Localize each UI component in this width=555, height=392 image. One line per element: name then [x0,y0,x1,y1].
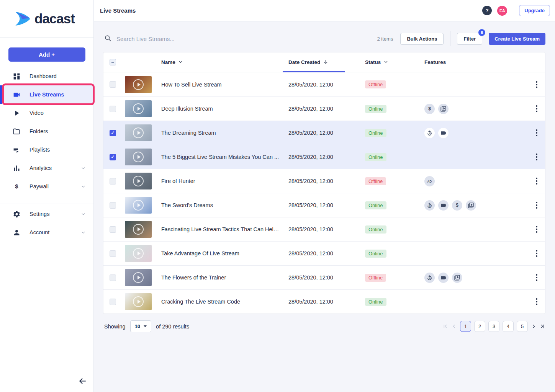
page-2-button[interactable]: 2 [474,321,485,332]
video-thumbnail[interactable] [125,173,152,189]
table-footer: Showing 10 of 290 results 12345 [94,314,555,332]
sidebar-item-label: Playlists [29,147,50,153]
row-checkbox[interactable] [110,130,116,136]
video-thumbnail[interactable] [125,221,152,238]
stream-name[interactable]: Deep Illusion Stream [161,106,288,112]
stream-name[interactable]: The 5 Biggest Live Stream Mistakes You C… [161,154,288,160]
sidebar-item-playlists[interactable]: Playlists [0,140,93,159]
page-5-button[interactable]: 5 [517,321,528,332]
video-thumbnail[interactable] [125,100,152,117]
sidebar-item-paywall[interactable]: $Paywall [0,177,93,196]
stream-name[interactable]: The Sword's Dreams [161,202,288,208]
column-header-status[interactable]: Status [365,59,424,65]
sidebar-menu: DashboardLive StreamsVideoFoldersPlaylis… [0,67,93,196]
stream-name[interactable]: Cracking The Live Stream Code [161,299,288,305]
brand-name: dacast [34,11,75,26]
page-3-button[interactable]: 3 [488,321,499,332]
column-header-date-created[interactable]: Date Created [288,52,365,72]
sidebar-item-label: Settings [29,211,49,217]
page-1-button[interactable]: 1 [460,321,471,332]
video-thumbnail[interactable] [125,124,152,141]
row-checkbox[interactable] [110,81,116,88]
features-list: AD [424,176,528,186]
row-checkbox[interactable] [110,106,116,112]
row-checkbox[interactable] [110,274,116,281]
sidebar-item-dashboard[interactable]: Dashboard [0,67,93,85]
stream-name[interactable]: How To Sell Live Stream [161,82,288,88]
live-streams-table: Name Date Created Status Features [103,52,545,314]
previous-page-button[interactable] [451,323,457,329]
row-checkbox[interactable] [110,226,116,233]
next-page-button[interactable] [531,323,537,329]
play-overlay-icon [125,197,152,214]
column-header-name[interactable]: Name [161,59,288,65]
video-thumbnail[interactable] [125,293,152,310]
page-4-button[interactable]: 4 [503,321,514,332]
stream-name[interactable]: Fire of Hunter [161,178,288,184]
sidebar-item-analytics[interactable]: Analytics [0,159,93,177]
sidebar-item-label: Analytics [29,165,52,171]
date-created: 28/05/2020, 12:00 [288,202,365,208]
playlist-icon [13,145,21,154]
row-checkbox[interactable] [110,299,116,305]
table-row: The 5 Biggest Live Stream Mistakes You C… [103,145,545,169]
svg-text:$: $ [428,106,431,111]
sidebar-item-folders[interactable]: Folders [0,122,93,140]
sidebar-item-settings[interactable]: Settings [0,205,93,223]
svg-text:30: 30 [429,132,431,134]
table-row: Fire of Hunter 28/05/2020, 12:00 Offline… [103,169,545,193]
sidebar-item-label: Account [29,229,49,235]
video-library-icon [438,104,449,114]
video-thumbnail[interactable] [125,245,152,262]
video-thumbnail[interactable] [125,269,152,286]
video-thumbnail[interactable] [125,197,152,214]
sidebar-item-live-streams[interactable]: Live Streams [0,85,93,104]
row-menu-button[interactable] [528,298,545,305]
row-checkbox[interactable] [110,154,116,160]
row-menu-button[interactable] [528,178,545,185]
avatar[interactable]: EA [497,6,507,16]
svg-text:30: 30 [429,205,431,207]
date-created: 28/05/2020, 12:00 [288,106,365,112]
collapse-sidebar-button[interactable] [78,377,87,387]
upgrade-button[interactable]: Upgrade [519,5,550,16]
row-checkbox[interactable] [110,250,116,257]
status-badge: Offline [365,177,386,185]
page-size-select[interactable]: 10 [130,320,151,332]
row-menu-button[interactable] [528,202,545,209]
bulk-actions-button[interactable]: Bulk Actions [400,33,444,45]
row-menu-button[interactable] [528,129,545,136]
brand-logo[interactable]: dacast [0,0,93,38]
row-checkbox[interactable] [110,178,116,185]
sidebar-item-account[interactable]: Account [0,223,93,242]
row-menu-button[interactable] [528,250,545,257]
stream-name[interactable]: Take Advantage Of Live Stream [161,250,288,256]
chevron-down-icon [81,184,86,189]
date-created: 28/05/2020, 12:00 [288,130,365,136]
row-menu-button[interactable] [528,226,545,233]
date-created: 28/05/2020, 12:00 [288,299,365,305]
camera-icon [438,128,449,138]
last-page-button[interactable] [540,323,545,329]
search-input[interactable] [116,36,254,42]
help-icon[interactable]: ? [482,6,492,15]
row-menu-button[interactable] [528,105,545,112]
row-menu-button[interactable] [528,274,545,281]
video-thumbnail[interactable] [125,149,152,165]
stream-name[interactable]: The Dreaming Stream [161,130,288,136]
row-menu-button[interactable] [528,81,545,88]
person-icon [13,228,21,237]
create-live-stream-button[interactable]: Create Live Stream [489,33,545,45]
features-list: 30$ [424,200,528,211]
first-page-button[interactable] [442,323,448,329]
stream-name[interactable]: The Flowers of the Trainer [161,274,288,281]
select-all-checkbox[interactable] [110,59,116,65]
video-thumbnail[interactable] [125,76,152,93]
video-icon [13,109,21,117]
status-badge: Online [365,153,386,161]
sidebar-item-video[interactable]: Video [0,104,93,122]
stream-name[interactable]: Fascinating Live Stream Tactics That Can… [161,226,288,232]
row-menu-button[interactable] [528,154,545,160]
add-button[interactable]: Add + [8,47,85,62]
row-checkbox[interactable] [110,202,116,209]
